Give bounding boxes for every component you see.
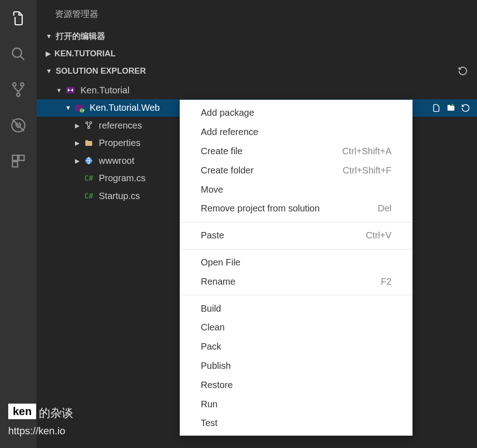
chevron-down-icon: ▼ [46,32,52,40]
menu-rename[interactable]: RenameF2 [180,272,413,291]
chevron-down-icon: ▼ [55,87,63,94]
search-tab-icon[interactable] [9,45,27,63]
menu-create-file[interactable]: Create fileCtrl+Shift+A [180,142,413,161]
section-project[interactable]: ▶ KEN.TUTORIAL [37,45,477,62]
csharp-file-icon: C# [83,173,94,184]
refresh-icon[interactable] [458,66,468,78]
menu-separator [180,295,413,295]
tree-label: Properties [99,138,140,148]
menu-create-folder[interactable]: Create folderCtrl+Shift+F [180,161,413,180]
menu-move[interactable]: Move [180,180,413,199]
svg-point-3 [21,83,24,86]
tree-label: references [99,120,142,131]
menu-paste[interactable]: PasteCtrl+V [180,226,413,245]
references-icon [83,120,94,131]
chevron-right-icon: ▶ [73,140,81,146]
watermark-url: https://ken.io [8,425,73,437]
chevron-down-icon: ▼ [46,67,52,75]
svg-point-2 [13,83,16,86]
chevron-right-icon: ▶ [46,50,51,57]
svg-line-8 [12,119,24,131]
explorer-tab-icon[interactable] [9,9,27,27]
watermark: ken的杂谈 https://ken.io [8,404,73,437]
section-label: 打开的编辑器 [56,31,105,42]
svg-point-0 [12,48,21,57]
csharp-file-icon: C# [83,190,94,201]
watermark-name: ken [8,404,36,419]
section-solution-explorer[interactable]: ▼ SOLUTION EXPLORER [37,62,477,80]
tree-label: Startup.cs [99,191,140,201]
csharp-project-icon: C# [74,103,85,113]
tree-label: Ken.Tutorial.Web [90,103,160,113]
tree-label: Ken.Tutorial [80,85,129,96]
chevron-right-icon: ▶ [73,122,81,129]
svg-point-7 [19,123,20,124]
svg-rect-12 [66,87,75,94]
activity-bar [0,0,37,448]
svg-point-4 [16,93,20,97]
svg-rect-11 [12,162,17,167]
folder-icon [83,138,94,149]
new-file-icon[interactable] [431,103,441,113]
menu-add-package[interactable]: Add package [180,103,413,123]
chevron-right-icon: ▶ [73,157,81,164]
chevron-down-icon: ▼ [64,104,72,111]
svg-text:C#: C# [80,108,84,113]
source-control-tab-icon[interactable] [9,81,27,99]
menu-run[interactable]: Run [180,394,413,414]
section-open-editors[interactable]: ▼ 打开的编辑器 [37,27,477,45]
menu-separator [180,249,413,249]
menu-separator [180,222,413,222]
refresh-icon[interactable] [461,103,471,113]
new-folder-icon[interactable] [446,103,456,113]
watermark-suffix: 的杂谈 [39,406,73,419]
svg-line-1 [20,56,24,60]
debug-tab-icon[interactable] [9,116,27,135]
tree-node-solution[interactable]: ▼ Ken.Tutorial [37,81,477,99]
tree-label: Program.cs [99,173,145,184]
menu-build[interactable]: Build [180,299,413,318]
menu-test[interactable]: Test [180,414,413,433]
menu-remove-project[interactable]: Remove project from solutionDel [180,199,413,218]
menu-add-reference[interactable]: Add reference [180,123,413,142]
menu-open-file[interactable]: Open File [180,253,413,272]
menu-clean[interactable]: Clean [180,318,413,337]
menu-publish[interactable]: Publish [180,356,413,376]
globe-folder-icon [83,155,94,166]
menu-restore[interactable]: Restore [180,375,413,394]
visual-studio-icon [65,85,76,96]
context-menu: Add package Add reference Create fileCtr… [180,100,413,436]
section-label: SOLUTION EXPLORER [56,66,146,76]
panel-title: 资源管理器 [37,0,477,27]
section-label: KEN.TUTORIAL [54,49,116,59]
svg-rect-10 [19,155,24,160]
extensions-tab-icon[interactable] [9,152,27,170]
menu-pack[interactable]: Pack [180,337,413,356]
row-actions [431,103,471,113]
svg-rect-9 [12,155,17,160]
tree-label: wwwroot [99,156,134,166]
